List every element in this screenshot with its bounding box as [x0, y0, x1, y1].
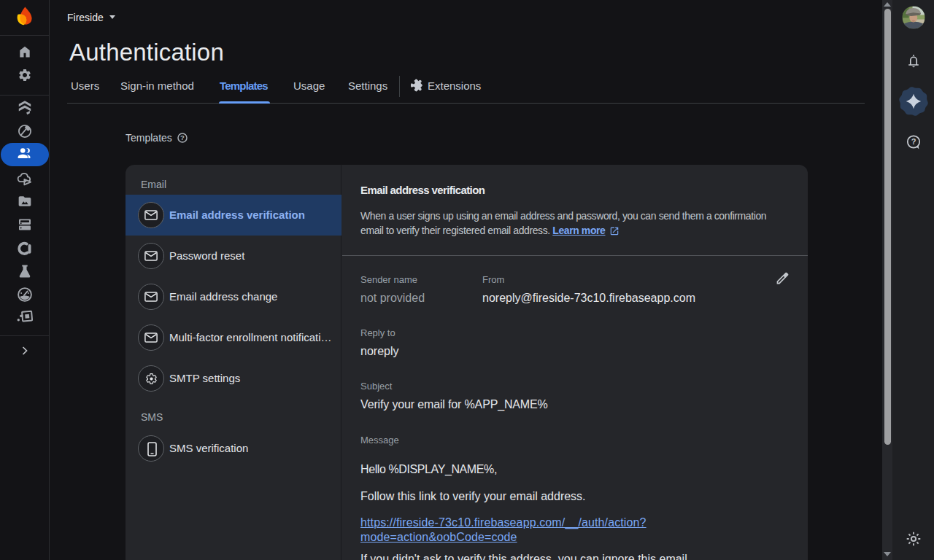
svg-text:?: ? — [911, 137, 916, 146]
svg-text:?: ? — [180, 133, 185, 141]
